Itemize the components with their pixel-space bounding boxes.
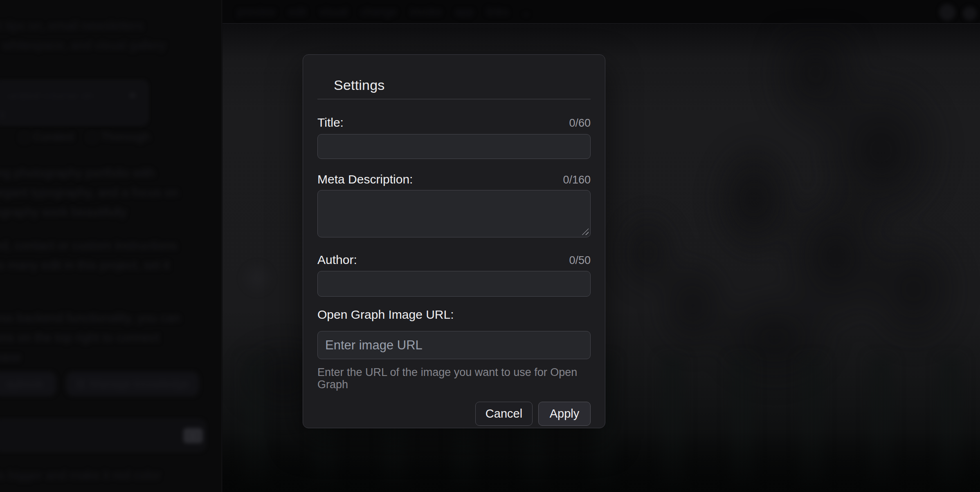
chat-text-line: to many edit in this project, set it: [0, 258, 170, 272]
chat-text-line: ography work beautifully: [0, 205, 127, 219]
og-image-field: Open Graph Image URL: Enter the URL of t…: [317, 307, 591, 391]
nav-item: edit: [288, 6, 306, 19]
card-text: urated course on: [8, 89, 94, 103]
nav-item: invoke: [410, 6, 442, 19]
settings-modal: Settings Title: 0/60 Meta Description: 0…: [303, 54, 605, 428]
close-icon: ✕: [128, 89, 137, 103]
author-field: Author: 0/50: [317, 253, 591, 297]
nav-item: app: [455, 6, 473, 19]
topbar-icon-blob: [939, 4, 955, 20]
meta-description-field: Meta Description: 0/160: [317, 172, 591, 237]
chat-text-line: st tips on, email newsletters: [0, 19, 143, 33]
checkbox-icon: ▢: [19, 130, 29, 143]
chat-sidebar: st tips on, email newsletters whitespace…: [0, 0, 222, 492]
chat-text-line: ing photography portfolio with: [0, 166, 155, 180]
topbar-icon-blob: [963, 7, 977, 20]
author-input[interactable]: [317, 271, 591, 297]
toggle-label: Thorough: [101, 130, 150, 143]
author-counter: 0/50: [569, 254, 591, 267]
og-image-label: Open Graph Image URL:: [317, 307, 454, 322]
nav-item: links: [486, 6, 508, 19]
pill-label: aybook: [6, 378, 43, 391]
og-image-helper-text: Enter the URL of the image you want to u…: [317, 366, 591, 391]
title-label: Title:: [317, 115, 344, 130]
toggle-label: Curated: [33, 130, 74, 143]
modal-divider: [317, 99, 591, 99]
chevron-down-icon: ⌄: [521, 6, 531, 19]
meta-description-label: Meta Description:: [317, 172, 413, 187]
knowledge-icon: ⊞: [76, 377, 85, 391]
send-button: ↑: [183, 428, 203, 443]
chat-text-line: ed, contact or custom instructions: [0, 239, 177, 253]
toggle-option: ▢ Curated: [19, 130, 74, 143]
playbook-button: aybook: [0, 372, 56, 396]
send-icon: ↑: [191, 430, 196, 441]
pill-label: Manage knowledge: [90, 378, 189, 391]
toggle-option: ▢ Thorough: [87, 130, 150, 143]
preview-icon-blob: [240, 261, 275, 296]
chat-text-line: is bigger and make it red color: [0, 468, 160, 482]
author-label: Author:: [317, 253, 357, 267]
nav-item: visual: [319, 6, 348, 19]
chat-text-line: ons on the top right to connect: [0, 331, 160, 344]
meta-description-counter: 0/160: [563, 174, 591, 186]
card-text: g: [0, 106, 6, 120]
suggestion-card: urated course on ✕ g: [0, 80, 148, 125]
chat-input-bar: ↑: [0, 419, 206, 452]
title-field: Title: 0/60: [317, 115, 591, 159]
meta-description-textarea[interactable]: [317, 190, 591, 237]
nav-item: preview: [237, 6, 275, 19]
nav-item: change: [361, 6, 397, 19]
chat-text-line: ess backend functionality, you can: [0, 311, 180, 325]
chat-text-line: legant typography, and a focus on: [0, 186, 178, 199]
title-counter: 0/60: [569, 117, 591, 130]
chat-text-line: whitespace, and visual gallery: [2, 38, 166, 52]
chat-text-line: base: [0, 350, 21, 364]
modal-title: Settings: [334, 77, 591, 93]
manage-knowledge-button: ⊞ Manage knowledge: [67, 372, 198, 396]
title-input[interactable]: [317, 134, 591, 159]
modal-actions: Cancel Apply: [317, 402, 591, 426]
cancel-button[interactable]: Cancel: [475, 402, 533, 426]
checkbox-icon: ▢: [87, 130, 97, 143]
topbar-nav: preview edit visual change invoke app li…: [237, 6, 531, 19]
og-image-url-input[interactable]: [317, 331, 591, 359]
apply-button[interactable]: Apply: [538, 402, 591, 426]
preview-bottom-fade: [223, 431, 980, 492]
